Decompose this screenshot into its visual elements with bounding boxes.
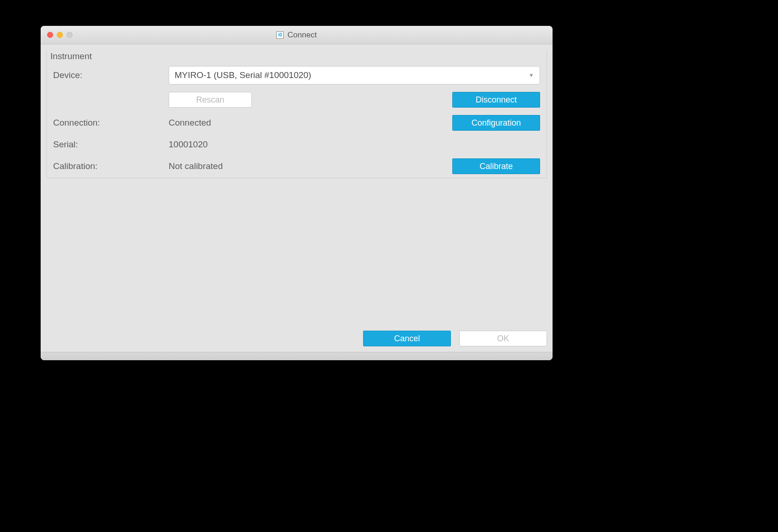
maximize-icon [67,32,73,38]
device-row: Device: MYIRO-1 (USB, Serial #10001020) … [47,62,547,88]
serial-value: 10001020 [169,139,448,150]
calibration-value: Not calibrated [169,161,448,171]
configuration-button[interactable]: Configuration [452,115,540,131]
resize-bar[interactable] [41,352,553,360]
cancel-button[interactable]: Cancel [363,331,451,346]
connection-row: Connection: Connected Configuration [47,111,547,134]
ok-button: OK [459,331,547,346]
instrument-group: Instrument Device: MYIRO-1 (USB, Serial … [46,50,547,178]
device-selected: MYIRO-1 (USB, Serial #10001020) [175,70,311,80]
group-title: Instrument [47,49,547,61]
rescan-row: Rescan Disconnect [47,88,547,111]
serial-row: Serial: 10001020 [47,134,547,155]
calibrate-button[interactable]: Calibrate [452,158,540,174]
device-dropdown[interactable]: MYIRO-1 (USB, Serial #10001020) ▼ [169,66,540,85]
device-value-col: MYIRO-1 (USB, Serial #10001020) ▼ [169,66,540,85]
chevron-down-icon: ▼ [529,72,534,79]
dialog-footer: Cancel OK [46,324,547,346]
window-title: Connect [287,30,316,40]
connect-window: i0 Connect Instrument Device: MYIRO-1 (U… [41,26,553,360]
device-label: Device: [53,70,169,80]
title-wrap: i0 Connect [41,30,553,40]
content-area: Instrument Device: MYIRO-1 (USB, Serial … [41,44,553,352]
disconnect-button[interactable]: Disconnect [452,92,540,108]
serial-label: Serial: [53,139,169,150]
connection-value: Connected [169,118,448,128]
calibration-label: Calibration: [53,161,169,171]
close-icon[interactable] [47,32,53,38]
app-icon: i0 [276,31,284,39]
connection-label: Connection: [53,118,169,128]
titlebar[interactable]: i0 Connect [41,26,553,44]
calibration-row: Calibration: Not calibrated Calibrate [47,155,547,178]
traffic-lights [41,32,73,38]
minimize-icon[interactable] [57,32,63,38]
rescan-button: Rescan [169,92,252,108]
